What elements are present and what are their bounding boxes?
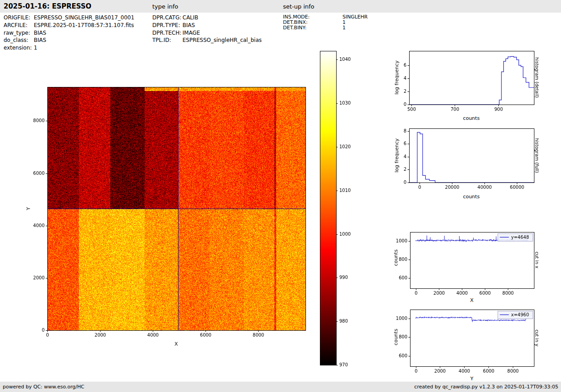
info-row: DPR.TYPE:BIAS bbox=[152, 22, 262, 29]
hist-detail-xaxis-label: counts bbox=[463, 115, 480, 121]
hist-full-xaxis-label: counts bbox=[463, 194, 480, 200]
file-info-block: ORIGFILE:ESPRESSO_SINGLEHR_BIAS017_0001A… bbox=[4, 14, 134, 52]
info-row: ARCFILE:ESPRE.2025-01-17T08:57:31.107.fi… bbox=[4, 22, 134, 29]
cut-x-side-label: cut in x bbox=[534, 251, 539, 268]
info-label: ARCFILE: bbox=[4, 22, 34, 29]
cut-in-y-plot bbox=[390, 307, 539, 375]
info-value: CALIB bbox=[182, 14, 198, 22]
info-value: BIAS bbox=[34, 36, 46, 44]
info-label: TPL.ID: bbox=[152, 36, 182, 44]
info-value: 1 bbox=[34, 44, 37, 52]
footer-bar: powered by QC: www.eso.org/HC created by… bbox=[0, 382, 561, 392]
info-row: raw_type:BIAS bbox=[4, 29, 134, 37]
cut-y-yaxis-label: counts bbox=[393, 329, 399, 346]
info-value: ESPRE.2025-01-17T08:57:31.107.fits bbox=[34, 22, 134, 29]
footer-powered-by: powered by QC: www.eso.org/HC bbox=[3, 384, 84, 390]
info-label: DPR.CATG: bbox=[152, 14, 182, 22]
cut-x-yaxis-label: counts bbox=[393, 250, 399, 266]
hist-detail-yaxis-label: log frequency bbox=[394, 60, 400, 94]
hist-detail-side-label: histogram (detail) bbox=[534, 57, 539, 98]
histogram-full-plot bbox=[390, 126, 539, 190]
info-value: IMAGE bbox=[182, 29, 200, 37]
setup-info-heading: set-up info bbox=[283, 3, 315, 10]
raw-image-xaxis-label: X bbox=[174, 341, 178, 347]
type-info-block: DPR.CATG:CALIBDPR.TYPE:BIASDPR.TECH:IMAG… bbox=[152, 14, 262, 44]
info-label: raw_type: bbox=[4, 29, 34, 37]
info-value: SINGLEHR bbox=[342, 14, 368, 20]
info-row: do_class:BIAS bbox=[4, 36, 134, 44]
info-value: ESPRESSO_singleHR_cal_bias bbox=[182, 36, 262, 44]
info-label: do_class: bbox=[4, 36, 34, 44]
cut-in-x-plot bbox=[390, 230, 539, 296]
hist-full-yaxis-label: log frequency bbox=[394, 138, 400, 172]
histogram-detail-plot bbox=[390, 49, 539, 112]
type-info-heading: type info bbox=[152, 3, 178, 10]
cut-y-side-label: cut in y bbox=[534, 329, 539, 346]
info-row: DPR.TECH:IMAGE bbox=[152, 29, 262, 37]
page-title: 2025-01-16: ESPRESSO bbox=[4, 2, 91, 10]
info-row: TPL.ID:ESPRESSO_singleHR_cal_bias bbox=[152, 36, 262, 44]
info-label: DET.BINY: bbox=[283, 25, 342, 31]
raw-image-yaxis-label: Y bbox=[26, 207, 32, 210]
header-bar: 2025-01-16: ESPRESSO type info set-up in… bbox=[0, 0, 561, 13]
hist-full-side-label: histogram (full) bbox=[534, 138, 539, 173]
cut-y-xaxis-label: Y bbox=[470, 376, 474, 382]
setup-info-block: INS.MODE:SINGLEHRDET.BINX:1DET.BINY:1 bbox=[283, 14, 368, 31]
footer-created-by: created by qc_rawdisp.py v1.2.3 on 2025-… bbox=[414, 384, 558, 390]
info-label: ORIGFILE: bbox=[4, 14, 34, 22]
info-value: BIAS bbox=[182, 22, 195, 29]
info-label: extension: bbox=[4, 44, 34, 52]
info-row: DPR.CATG:CALIB bbox=[152, 14, 262, 22]
info-label: DPR.TECH: bbox=[152, 29, 182, 37]
info-row: DET.BINY:1 bbox=[283, 25, 368, 31]
info-row: ORIGFILE:ESPRESSO_SINGLEHR_BIAS017_0001 bbox=[4, 14, 134, 22]
info-label: DPR.TYPE: bbox=[152, 22, 182, 29]
info-value: 1 bbox=[342, 25, 346, 31]
colorbar bbox=[315, 50, 360, 368]
info-value: ESPRESSO_SINGLEHR_BIAS017_0001 bbox=[34, 14, 134, 22]
qc-report-page: 2025-01-16: ESPRESSO type info set-up in… bbox=[0, 0, 561, 392]
raw-image-heatmap bbox=[27, 81, 318, 345]
info-value: BIAS bbox=[34, 29, 46, 37]
cut-x-xaxis-label: X bbox=[470, 297, 474, 303]
info-row: extension:1 bbox=[4, 44, 134, 52]
